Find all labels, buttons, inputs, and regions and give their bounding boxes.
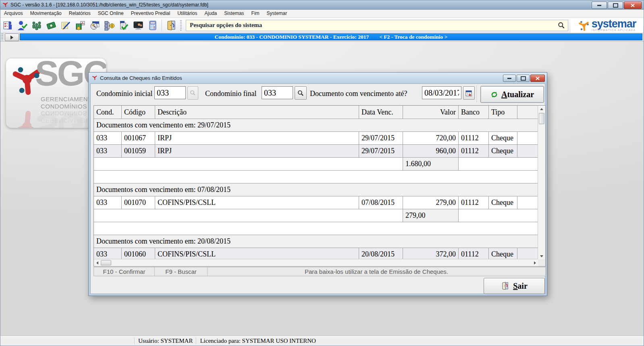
scroll-right-button[interactable] <box>532 259 538 266</box>
menu-item-arquivos[interactable]: Arquivos <box>0 10 27 17</box>
cell-valor[interactable]: 720,00 <box>403 132 459 145</box>
cash-book-icon[interactable] <box>44 19 58 32</box>
maximize-button[interactable] <box>608 2 623 9</box>
horizontal-scrollbar[interactable] <box>94 259 538 266</box>
org-chart-money-icon[interactable] <box>102 19 116 32</box>
vencimento-date-input[interactable] <box>422 86 461 99</box>
cell-tipo[interactable]: Cheque <box>489 196 517 209</box>
cond-inicial-input[interactable] <box>154 86 186 99</box>
txt-check-icon[interactable] <box>116 19 131 32</box>
column-header-data-venc-[interactable]: Data Venc. <box>359 106 403 119</box>
menu-item-systemar[interactable]: Systemar <box>263 10 291 17</box>
title-bar[interactable]: SGC - versão 3.1.6 - [192.168.0.10/3051:… <box>0 0 644 10</box>
vertical-scroll-thumb[interactable] <box>539 113 544 124</box>
emissao-hint: Para baixa-los utilizar a tela de Emissã… <box>208 267 545 276</box>
cell-cond[interactable]: 033 <box>94 132 122 145</box>
cell-banco[interactable]: 01112 <box>459 196 489 209</box>
cell-filler <box>517 132 538 145</box>
cell-tipo[interactable]: Cheque <box>489 132 517 145</box>
scroll-left-button[interactable] <box>94 259 100 266</box>
building-finance-icon[interactable] <box>73 19 87 32</box>
group-header: Documentos com vencimento em: 29/07/2015 <box>94 119 538 132</box>
menu-item-fim[interactable]: Fim <box>248 10 263 17</box>
column-header-banco[interactable]: Banco <box>459 106 489 119</box>
note-pen-icon[interactable] <box>58 19 73 32</box>
column-header-valor[interactable]: Valor <box>403 106 459 119</box>
cell-descricao[interactable]: IRPJ <box>155 145 359 158</box>
menu-item-relat-rios[interactable]: Relatórios <box>65 10 94 17</box>
cell-cond[interactable]: 033 <box>94 145 122 158</box>
cell-data_venc[interactable]: 29/07/2015 <box>359 132 403 145</box>
column-header-filler <box>517 106 538 119</box>
cell-data_venc[interactable]: 07/08/2015 <box>359 196 403 209</box>
column-header-cond-[interactable]: Cond. <box>94 106 122 119</box>
cell-data_venc[interactable]: 29/07/2015 <box>359 145 403 158</box>
exit-door-icon <box>501 281 510 290</box>
cond-final-search-button[interactable] <box>295 86 307 100</box>
dialog-restore-button[interactable] <box>517 75 530 82</box>
checklist-icon[interactable] <box>0 19 15 32</box>
dialog-title-bar[interactable]: Consulta de Cheques não Emitidos <box>89 73 547 83</box>
column-header-c-digo[interactable]: Código <box>122 106 155 119</box>
menu-item-utilit-rios[interactable]: Utilitários <box>174 10 201 17</box>
cond-inicial-search-button[interactable] <box>187 86 198 100</box>
vertical-scrollbar[interactable] <box>538 106 545 259</box>
people-group-icon[interactable] <box>29 19 44 32</box>
cell-descricao[interactable]: COFINS/PIS/CSLL <box>155 248 359 260</box>
calendar-button[interactable] <box>463 86 475 100</box>
horizontal-scroll-thumb[interactable] <box>101 260 111 265</box>
subtotal-value: 279,00 <box>403 209 459 222</box>
cell-tipo[interactable]: Cheque <box>489 145 517 158</box>
minimize-button[interactable] <box>592 2 607 9</box>
search-magnifier-icon[interactable] <box>558 22 565 31</box>
sair-button[interactable]: Sair <box>484 278 545 294</box>
close-button[interactable] <box>624 2 642 9</box>
menu-item-preventivo-predial[interactable]: Preventivo Predial <box>127 10 174 17</box>
cell-descricao[interactable]: COFINS/PIS/CSLL <box>155 196 359 209</box>
sair-label: Sair <box>513 281 528 291</box>
dialog-minimize-button[interactable] <box>503 75 516 82</box>
condo-banner[interactable]: Condomínio: 033 - CONDOMINIO SYSTEMAR - … <box>20 33 642 40</box>
atualizar-button[interactable]: Atualizar <box>480 86 544 103</box>
cell-descricao[interactable]: IRPJ <box>155 132 359 145</box>
column-header-descri-o[interactable]: Descrição <box>155 106 359 119</box>
column-header-tipo[interactable]: Tipo <box>489 106 517 119</box>
brand-tagline: INFORMÁTICA APLICADA <box>592 29 636 31</box>
monitor-users-icon[interactable] <box>131 19 145 32</box>
exit-door-icon[interactable] <box>164 19 179 32</box>
menu-item-movimenta-o[interactable]: Movimentação <box>27 10 65 17</box>
table-row[interactable]: 033001060COFINS/PIS/CSLL20/08/2015372,00… <box>94 248 538 260</box>
person-check-icon[interactable] <box>15 19 29 32</box>
table-row[interactable]: 033001067IRPJ29/07/2015720,0001112Cheque <box>94 132 538 145</box>
cell-banco[interactable]: 01112 <box>459 145 489 158</box>
clock-icon[interactable] <box>87 19 102 32</box>
cell-codigo[interactable]: 001067 <box>122 132 155 145</box>
banner-expand-button[interactable] <box>5 33 19 41</box>
menu-item-ajuda[interactable]: Ajuda <box>201 10 221 17</box>
cell-cond[interactable]: 033 <box>94 196 122 209</box>
banner-drag-handle[interactable] <box>1 33 3 40</box>
cell-codigo[interactable]: 001070 <box>122 196 155 209</box>
cond-final-input[interactable] <box>262 86 293 99</box>
cell-valor[interactable]: 960,00 <box>403 145 459 158</box>
dialog-close-button[interactable] <box>530 75 545 82</box>
cell-codigo[interactable]: 001059 <box>122 145 155 158</box>
calculator-icon[interactable] <box>145 19 160 32</box>
table-row[interactable]: 033001070COFINS/PIS/CSLL07/08/2015279,00… <box>94 196 538 209</box>
cell-data_venc[interactable]: 20/08/2015 <box>359 248 403 260</box>
cell-cond[interactable]: 033 <box>94 248 122 260</box>
cell-banco[interactable]: 01112 <box>459 132 489 145</box>
cell-tipo[interactable]: Cheque <box>489 248 517 260</box>
search-input[interactable] <box>186 20 568 31</box>
cell-banco[interactable]: 01112 <box>459 248 489 260</box>
scroll-down-button[interactable] <box>538 253 545 259</box>
scroll-up-button[interactable] <box>538 106 545 112</box>
menu-item-sgc-online[interactable]: SGC Online <box>94 10 127 17</box>
cell-valor[interactable]: 372,00 <box>403 248 459 260</box>
table-row[interactable]: 033001059IRPJ29/07/2015960,0001112Cheque <box>94 145 538 158</box>
group-header: Documentos com vencimento em: 07/08/2015 <box>94 183 538 196</box>
cell-codigo[interactable]: 001060 <box>122 248 155 260</box>
system-search <box>186 20 568 31</box>
menu-item-sistemas[interactable]: Sistemas <box>220 10 247 17</box>
cell-valor[interactable]: 279,00 <box>403 196 459 209</box>
